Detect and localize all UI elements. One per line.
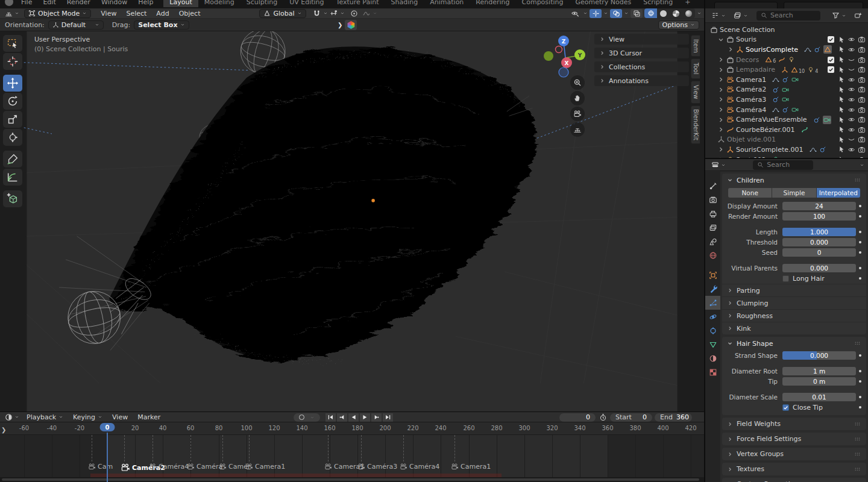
shading-rendered-button[interactable] [682, 8, 695, 18]
viewport-menu[interactable]: Select [121, 10, 151, 17]
selectable-toggle-icon[interactable] [838, 146, 845, 153]
object-visibility-dropdown[interactable] [569, 9, 581, 18]
workspace-tab[interactable]: UV Editing [283, 0, 330, 7]
expand-chevron-icon[interactable] [727, 46, 734, 53]
outliner-display-mode-button[interactable] [731, 11, 750, 20]
timeline-menu[interactable]: Marker [133, 413, 165, 421]
data-badge-icon[interactable] [791, 106, 799, 113]
collapsed-panel[interactable]: Textures [722, 463, 866, 475]
expand-chevron-icon[interactable] [717, 76, 725, 83]
selectable-toggle-icon[interactable] [838, 56, 845, 63]
selectable-toggle-icon[interactable] [838, 36, 845, 43]
collapsed-subpanel[interactable]: Roughness [722, 309, 866, 322]
playhead[interactable] [107, 433, 108, 482]
visibility-eye-icon[interactable] [848, 86, 855, 93]
viewport-timeline-divider[interactable] [0, 412, 704, 412]
timeline-camera-marker[interactable]: Camera1 [245, 463, 285, 471]
data-badge-icon[interactable] [813, 116, 820, 124]
tool-button[interactable] [3, 35, 22, 52]
render-visibility-icon[interactable] [858, 146, 866, 154]
properties-tab[interactable] [705, 365, 720, 379]
selectable-toggle-icon[interactable] [838, 136, 845, 143]
children-mode-button[interactable]: Interpolated [817, 188, 860, 198]
expand-chevron-icon[interactable] [717, 126, 725, 133]
outliner-search-input[interactable]: Search [756, 11, 820, 20]
workspace-tab[interactable]: Layout [163, 0, 198, 7]
axis-neg-z-ball[interactable] [559, 67, 568, 77]
data-badge-icon[interactable] [788, 56, 795, 63]
axis-neg-x-ball[interactable] [556, 46, 562, 53]
selectable-toggle-icon[interactable] [838, 76, 845, 83]
blender-logo[interactable] [5, 0, 13, 6]
property-field[interactable]: 1.000 [782, 228, 856, 236]
outliner-row[interactable]: Objet vide.001 [705, 135, 868, 145]
data-badge-icon[interactable] [778, 56, 785, 63]
data-badge-icon[interactable] [772, 76, 779, 83]
render-visibility-icon[interactable] [858, 96, 866, 104]
transport-button[interactable] [371, 413, 382, 422]
properties-tab[interactable] [705, 268, 720, 282]
shading-material-button[interactable] [670, 8, 682, 18]
collapsed-panel[interactable]: Field Weights [722, 418, 866, 430]
collection-checkbox[interactable] [828, 66, 834, 73]
proportional-falloff-button[interactable] [360, 9, 373, 18]
npanel-section[interactable]: 3D Cursor [594, 48, 689, 58]
selectable-toggle-icon[interactable] [838, 106, 845, 113]
render-visibility-icon[interactable] [858, 56, 866, 64]
axis-neg-y-ball[interactable] [544, 51, 553, 61]
animate-property-dot[interactable] [856, 277, 864, 280]
collapsed-subpanel[interactable]: Kink [722, 322, 866, 334]
outliner-row[interactable]: Caméra2 [705, 85, 868, 95]
property-field[interactable]: 0.000 [782, 351, 856, 360]
object-name[interactable]: SourisComplete [746, 46, 798, 54]
new-collection-button[interactable] [852, 11, 864, 20]
timeline-track-area[interactable]: Cam Caméra2 Caméra4 Caméra Camér [0, 435, 704, 482]
visibility-eye-icon[interactable] [848, 46, 855, 54]
outliner-row[interactable]: Caméra3 [705, 95, 868, 105]
render-visibility-icon[interactable] [858, 126, 866, 134]
auto-keying-button[interactable] [294, 413, 320, 422]
data-badge-icon[interactable] [814, 46, 821, 53]
timeline-camera-marker[interactable]: Camera1 [451, 463, 491, 471]
tool-button[interactable] [3, 151, 22, 167]
collapsed-panel[interactable]: Vertex Groups [722, 448, 866, 460]
visibility-eye-icon[interactable] [848, 126, 855, 134]
properties-tab[interactable] [705, 221, 720, 234]
properties-tab[interactable] [705, 310, 720, 324]
tool-button[interactable] [3, 75, 22, 92]
transport-button[interactable] [326, 413, 336, 422]
collapsed-subpanel[interactable]: Parting [722, 284, 866, 296]
topbar-menu[interactable]: Help [133, 0, 159, 6]
data-badge-icon[interactable] [782, 76, 789, 83]
data-badge-icon[interactable] [772, 86, 779, 93]
xray-toggle[interactable] [631, 9, 643, 18]
outliner-row[interactable]: Scene Collection [705, 25, 868, 35]
data-badge-icon[interactable] [823, 45, 832, 54]
outliner-row[interactable]: SourisComplete [705, 45, 868, 55]
tool-button[interactable] [3, 53, 22, 70]
workspace-tab[interactable]: Geometry Nodes [569, 0, 637, 7]
transform-orientation[interactable]: Global [259, 9, 306, 18]
object-name[interactable]: Objet vide.001 [727, 136, 776, 143]
shading-solid-button[interactable] [657, 8, 670, 18]
object-name[interactable]: Decors [736, 56, 759, 64]
visibility-eye-icon[interactable] [848, 36, 855, 43]
render-visibility-icon[interactable] [858, 36, 866, 43]
navigation-gizmo[interactable]: Z Y X [542, 33, 591, 80]
timeline-camera-marker[interactable]: Caméra3 [357, 463, 397, 471]
timeline-camera-marker[interactable]: Caméra4 [149, 463, 189, 471]
animate-property-dot[interactable] [856, 396, 864, 398]
timeline-camera-marker[interactable]: Caméra [187, 463, 222, 471]
frame-start-field[interactable]: Start0 [610, 413, 652, 422]
property-field[interactable]: 100 [782, 212, 856, 221]
collection-checkbox[interactable] [828, 57, 834, 63]
editor-divider[interactable] [704, 0, 705, 482]
object-name[interactable]: Caméra3 [736, 96, 766, 104]
property-field[interactable]: 0.000 [782, 238, 856, 246]
visibility-eye-icon[interactable] [848, 96, 855, 104]
ortho-toggle-button[interactable] [570, 122, 585, 137]
use-preview-range-icon[interactable] [599, 413, 607, 421]
workspace-tab[interactable]: Scripting [637, 0, 679, 7]
visibility-eye-icon[interactable] [848, 146, 855, 154]
collapsed-panel[interactable]: Custom Properties [722, 478, 866, 482]
